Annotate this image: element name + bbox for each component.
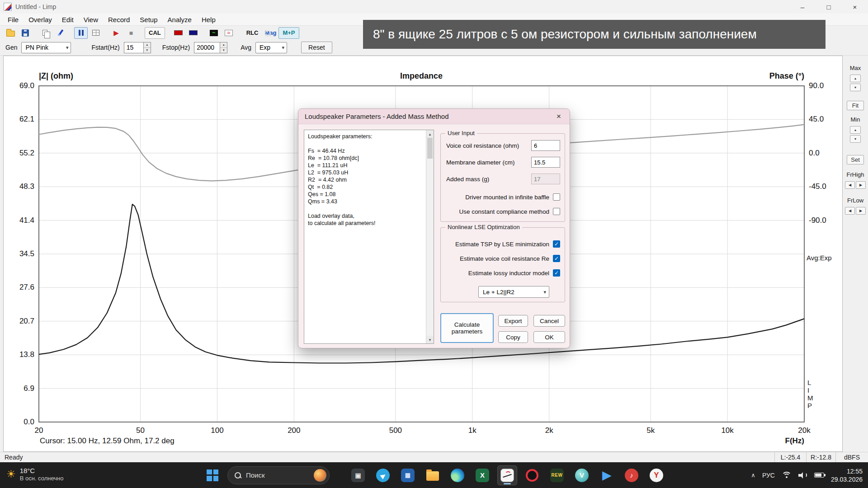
spin-down-icon[interactable]: ▾	[220, 48, 227, 53]
menu-item-edit[interactable]: Edit	[57, 14, 79, 25]
opera-app-icon[interactable]	[522, 465, 542, 485]
fstop-input[interactable]	[194, 42, 220, 53]
media-player-app-icon-glyph: ▶	[600, 469, 613, 482]
folder-app-icon[interactable]	[423, 465, 443, 485]
spin-down-icon[interactable]: ▾	[144, 48, 151, 53]
parameter-line: Fs = 46.44 Hz	[308, 147, 424, 155]
set-button[interactable]: Set	[847, 155, 864, 164]
language-indicator[interactable]: РУС	[762, 472, 775, 479]
spectrum-icon[interactable]: ~	[207, 27, 221, 39]
frhigh-left-button[interactable]: ◀	[845, 181, 855, 189]
menu-item-overlay[interactable]: Overlay	[24, 14, 57, 25]
parameter-line: L2 = 975.03 uH	[308, 169, 424, 176]
parameters-listbox[interactable]: Loudspeaker parameters: Fs = 46.44 HzRe …	[304, 130, 434, 344]
export-button[interactable]: Export	[498, 315, 528, 327]
estimate-re-checkbox[interactable]: ✓	[553, 255, 560, 262]
stop-icon[interactable]: ■	[124, 27, 138, 39]
frlow-right-button[interactable]: ▶	[856, 207, 866, 215]
record-icon[interactable]: ▶	[109, 27, 123, 39]
frhigh-right-button[interactable]: ▶	[856, 181, 866, 189]
ok-button[interactable]: OK	[533, 331, 565, 343]
excel-app-icon[interactable]: X	[472, 465, 492, 485]
wifi-icon[interactable]	[782, 472, 792, 479]
weather-widget[interactable]: ☀ 18°C В осн. солнечно	[6, 466, 63, 482]
inductor-model-select[interactable]: Le + L2||R2 ▾	[478, 286, 549, 298]
red-overlay-icon[interactable]	[172, 27, 185, 39]
copy-icon[interactable]	[39, 27, 52, 39]
menu-item-setup[interactable]: Setup	[135, 14, 162, 25]
save-icon[interactable]	[19, 27, 32, 39]
scrollbar-thumb[interactable]	[427, 138, 433, 159]
avg-select[interactable]: Exp ▾	[255, 42, 287, 53]
min-down-button[interactable]: ▾	[850, 135, 861, 143]
reset-button[interactable]: Reset	[301, 42, 332, 53]
menu-item-record[interactable]: Record	[103, 14, 135, 25]
battery-icon[interactable]	[814, 473, 824, 478]
infinite-baffle-checkbox[interactable]	[553, 193, 560, 201]
edge-app-icon[interactable]	[448, 465, 467, 485]
mp-button[interactable]: M+P	[278, 27, 299, 39]
maximize-button[interactable]: □	[816, 0, 842, 14]
copy-button[interactable]: Copy	[498, 331, 528, 343]
grid-icon[interactable]	[89, 27, 103, 39]
blue-overlay-icon[interactable]	[187, 27, 200, 39]
menu-item-help[interactable]: Help	[197, 14, 221, 25]
aimp-app-icon-glyph: ♪	[625, 469, 638, 482]
mag-button[interactable]: Mag	[264, 29, 277, 37]
cancel-button[interactable]: Cancel	[533, 315, 565, 327]
cal-button[interactable]: CAL	[145, 27, 165, 39]
app-icon	[4, 3, 12, 11]
wave-icon[interactable]: ≈	[222, 27, 236, 39]
dialog-close-button[interactable]: ×	[552, 111, 565, 122]
min-up-button[interactable]: ▴	[850, 126, 861, 134]
close-button[interactable]: ×	[842, 0, 868, 14]
telegram-app-icon[interactable]: ▶	[373, 465, 393, 485]
teal-app-icon[interactable]: V	[572, 465, 592, 485]
yandex-app-icon[interactable]: Y	[646, 465, 666, 485]
minimize-button[interactable]: –	[789, 0, 816, 14]
scroll-down-icon[interactable]: ▾	[426, 336, 434, 343]
search-box[interactable]: Поиск	[227, 466, 330, 484]
gen-select[interactable]: PN Pink ▾	[21, 42, 71, 53]
added-mass-input	[531, 174, 560, 184]
scroll-up-icon[interactable]: ▴	[426, 130, 434, 138]
dialog-titlebar[interactable]: Loudspeaker Parameters - Added Mass Meth…	[298, 109, 570, 124]
rlc-button[interactable]: RLC	[242, 27, 263, 39]
aimp-app-icon[interactable]: ♪	[622, 465, 642, 485]
fstart-input[interactable]	[124, 42, 144, 53]
pause-icon[interactable]	[74, 27, 88, 39]
estimate-inductor-checkbox[interactable]: ✓	[553, 269, 560, 277]
frlow-left-button[interactable]: ◀	[845, 207, 855, 215]
spin-up-icon[interactable]: ▴	[144, 42, 151, 48]
membrane-diameter-input[interactable]	[531, 157, 560, 168]
search-daily-image[interactable]	[314, 469, 326, 482]
parameter-line: Load overlay data,	[308, 212, 424, 220]
pen-icon[interactable]	[54, 27, 67, 39]
calculate-parameters-button[interactable]: Calculate parameters	[440, 313, 494, 343]
start-button[interactable]	[203, 465, 222, 485]
open-icon[interactable]	[4, 27, 17, 39]
spin-up-icon[interactable]: ▴	[220, 42, 227, 48]
max-down-button[interactable]: ▾	[850, 84, 861, 91]
calculator-app-icon[interactable]: ▦	[398, 465, 418, 485]
limp-app-icon[interactable]	[497, 465, 517, 485]
menu-item-analyze[interactable]: Analyze	[163, 14, 197, 25]
estimate-tsp-checkbox[interactable]: ✓	[553, 240, 560, 248]
clock[interactable]: 12:55 29.03.2026	[831, 467, 863, 483]
edge-app-icon-glyph	[451, 469, 464, 482]
fit-button[interactable]: Fit	[847, 101, 864, 110]
rew-app-icon[interactable]: REW	[547, 465, 567, 485]
media-player-app-icon[interactable]: ▶	[597, 465, 617, 485]
parameter-line	[308, 205, 424, 212]
pen-icon	[57, 29, 64, 36]
max-up-button[interactable]: ▴	[850, 75, 861, 82]
volume-icon[interactable]	[798, 472, 807, 479]
menu-item-file[interactable]: File	[3, 14, 24, 25]
parameter-line: Le = 111.21 uH	[308, 162, 424, 169]
hidden-icons-chevron[interactable]: ∧	[751, 472, 755, 479]
constant-compliance-checkbox[interactable]	[553, 208, 560, 215]
voice-coil-resistance-input[interactable]	[531, 140, 560, 151]
menu-item-view[interactable]: View	[79, 14, 103, 25]
listbox-scrollbar[interactable]: ▴ ▾	[426, 130, 434, 343]
photos-app-icon[interactable]: ▣	[348, 465, 368, 485]
